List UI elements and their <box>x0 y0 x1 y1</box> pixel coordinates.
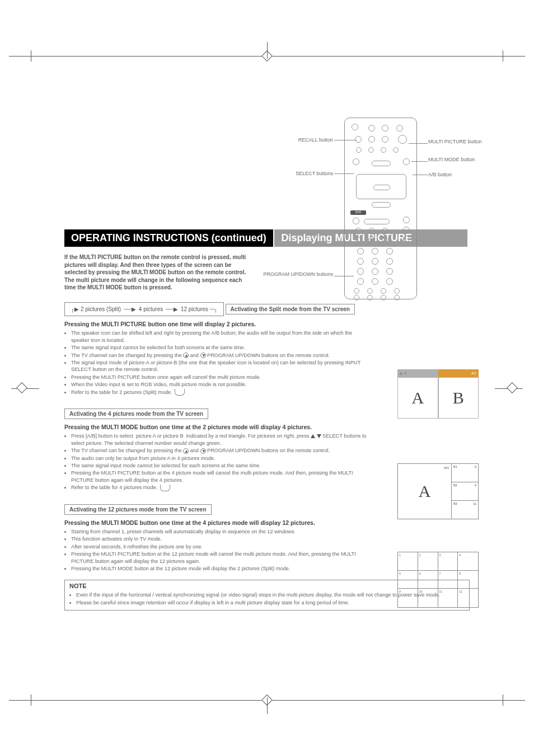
stop-icon <box>368 237 375 243</box>
prev-icon <box>355 237 362 243</box>
prog-down-icon <box>357 278 364 285</box>
four-b2-ch: 6 <box>475 483 476 499</box>
label-ab: A/B button <box>428 172 507 177</box>
cell: 8 <box>458 571 478 589</box>
power2-icon <box>353 218 359 224</box>
four-A-tag: AV1 <box>444 466 449 469</box>
ab-icon <box>403 158 410 165</box>
cell: 7 <box>438 571 458 589</box>
four-box: Activating the 4 pictures mode from the … <box>64 408 208 419</box>
split-bullets: The speaker icon can be shifted left and… <box>64 330 367 396</box>
four-bullets: Press [A/B] button to select picture A o… <box>64 433 367 491</box>
split-B: B <box>439 378 479 418</box>
round-button-icon <box>396 125 403 132</box>
num-3 <box>386 248 393 255</box>
illustration-twelve: 1 2 3 4 5 6 7 8 9 10 11 12 <box>397 552 479 608</box>
crop-diamond-left <box>16 382 27 393</box>
four-b3-ch: 11 <box>473 502 476 518</box>
split-bullet: The same signal input cannot be selected… <box>71 344 367 351</box>
prog-down-icon <box>200 448 206 454</box>
down-triangle-icon <box>317 434 321 438</box>
split-bullet: When the Video input is set to RGB Video… <box>71 381 367 388</box>
page-ref-icon <box>175 389 185 396</box>
round-button-icon <box>367 288 373 294</box>
flow-c: 12 pictures <box>181 306 208 312</box>
cell: 12 <box>458 589 478 607</box>
remote-outline: DVD <box>344 118 417 299</box>
round-button-icon <box>403 227 410 233</box>
label-recall: RECALL button <box>255 137 333 143</box>
menu-icon <box>353 158 359 165</box>
four-bullet: The TV channel can be changed by pressin… <box>71 447 367 454</box>
round-button-icon <box>381 147 386 153</box>
cell: 6 <box>418 571 438 589</box>
cell: 3 <box>438 552 458 571</box>
crop-mark-top <box>31 50 503 62</box>
round-button-icon <box>394 288 400 294</box>
label-program: PROGRAM UP/DOWN buttons <box>238 271 333 277</box>
four-b1-name: B1 <box>453 465 457 481</box>
intro-text: If the MULTI PICTURE button on the remot… <box>64 253 255 292</box>
round-button-icon <box>368 136 375 143</box>
four-b1-ch: 6 <box>475 465 476 481</box>
ok-button-icon <box>373 185 390 190</box>
twelve-bullet: This function activates only in TV mode. <box>71 536 367 542</box>
round-button-icon <box>354 288 359 294</box>
flow-a: 2 pictures (Split) <box>81 306 121 312</box>
prog-down-icon <box>200 353 206 358</box>
prog-up-icon <box>183 353 189 358</box>
four-heading: Pressing the MULTI MODE button one time … <box>64 424 470 430</box>
num-2 <box>372 248 378 255</box>
split-A: A <box>398 378 438 418</box>
illustration-split: 🔊 5 AV1 A B <box>397 369 479 419</box>
num-4 <box>357 258 364 265</box>
up-triangle-icon <box>311 434 315 438</box>
cell: 2 <box>418 552 438 571</box>
label-multi-mode: MULTI MODE button <box>428 157 507 162</box>
prog-up-icon <box>183 448 189 454</box>
twelve-bullets: Starting from channel 1, preset channels… <box>64 528 367 572</box>
num-1 <box>357 248 364 255</box>
split-bullet: The speaker icon can be shifted left and… <box>71 330 367 344</box>
num-7 <box>357 268 364 275</box>
round-button-icon <box>354 295 359 300</box>
label-multi-picture: MULTI PICTURE button <box>428 139 507 144</box>
round-button-icon <box>381 288 386 294</box>
four-bullet: Press [A/B] button to select picture A o… <box>71 433 367 447</box>
twelve-heading: Pressing the MULTI MODE button one time … <box>64 519 470 526</box>
num-9 <box>386 268 393 275</box>
round-button-icon <box>382 136 388 143</box>
round-button-icon <box>403 217 410 223</box>
cell: 9 <box>398 589 418 607</box>
cell: 5 <box>398 571 418 589</box>
page-ref-icon <box>160 485 170 491</box>
rew-icon <box>355 228 362 234</box>
mode-flow: ┌▶ 2 pictures (Split) ──▶ 4 pictures ──▶… <box>64 302 224 317</box>
round-button-icon <box>356 147 362 153</box>
split-bullet: Pressing the MULTI PICTURE button once a… <box>71 374 367 381</box>
crop-diamond-right <box>507 382 518 393</box>
up-pill-icon <box>372 161 391 166</box>
cell: 4 <box>458 552 478 571</box>
split-bullet: The signal input mode of picture-A or pi… <box>71 359 367 373</box>
four-bullet: Pressing the MULTI PICTURE button at the… <box>71 469 367 483</box>
split-bullet: Refer to the table for 2 pictures (Split… <box>71 389 367 396</box>
twelve-box: Activating the 12 pictures mode from the… <box>64 504 212 515</box>
twelve-bullet: After several seconds, it refreshes the … <box>71 543 367 550</box>
round-button-icon <box>368 125 375 132</box>
power-icon <box>352 124 358 130</box>
flow-b: 4 pictures <box>139 306 163 312</box>
page-content: OPERATING INSTRUCTIONS (continued) RECAL… <box>64 95 470 611</box>
round-button-icon <box>403 236 410 242</box>
nav-pad <box>356 174 406 199</box>
round-button-icon <box>368 147 374 153</box>
cell: 11 <box>438 589 458 607</box>
cell: 1 <box>398 552 418 571</box>
num-5 <box>372 258 378 265</box>
num-0 <box>372 278 378 285</box>
round-button-icon <box>382 125 388 132</box>
ff-icon <box>382 228 388 234</box>
down-pill-icon <box>372 202 391 208</box>
four-bullet: The audio can only be output from pictur… <box>71 455 367 462</box>
twelve-bullet: Starting from channel 1, preset channels… <box>71 528 367 535</box>
